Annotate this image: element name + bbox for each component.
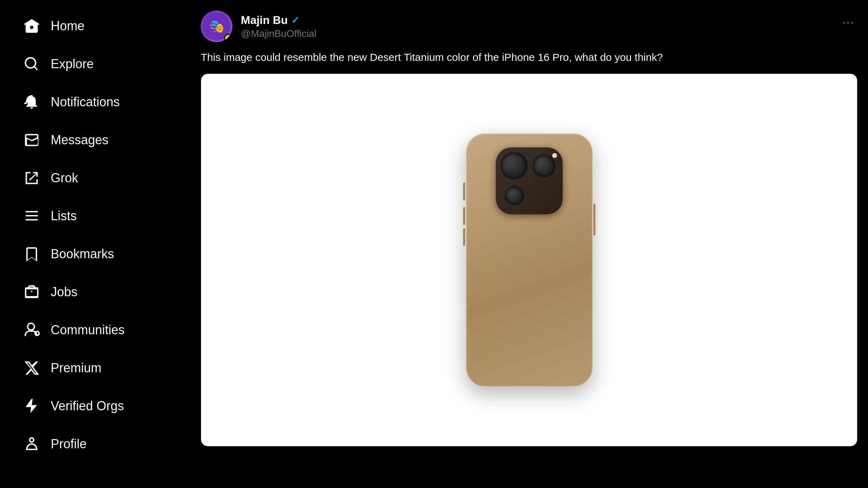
sidebar-label-notifications: Notifications bbox=[51, 95, 120, 109]
x-icon bbox=[21, 357, 42, 379]
camera-lens-wide bbox=[506, 187, 523, 204]
person-icon bbox=[21, 433, 42, 455]
post-body: This image could resemble the new Desert… bbox=[201, 49, 857, 65]
sidebar-label-profile: Profile bbox=[51, 437, 87, 451]
sidebar-item-jobs[interactable]: Jobs bbox=[7, 274, 183, 310]
verified-icon: ✓ bbox=[291, 14, 299, 26]
camera-flash bbox=[552, 153, 557, 158]
avatar-badge: ⭐ bbox=[224, 34, 232, 42]
sidebar-label-bookmarks: Bookmarks bbox=[51, 247, 114, 261]
display-name[interactable]: Majin Bu bbox=[241, 14, 288, 27]
sidebar: Home Explore Notifications Messages bbox=[0, 0, 190, 488]
sidebar-label-premium: Premium bbox=[51, 361, 101, 375]
post-user-handle[interactable]: @MajinBuOfficial bbox=[241, 28, 317, 39]
sidebar-label-messages: Messages bbox=[51, 133, 108, 147]
iphone-illustration bbox=[201, 74, 857, 446]
sidebar-item-home[interactable]: Home bbox=[7, 8, 183, 44]
grok-icon bbox=[21, 167, 42, 189]
avatar[interactable]: 🎭 ⭐ bbox=[201, 11, 232, 42]
briefcase-icon bbox=[21, 281, 42, 303]
sidebar-item-verified-orgs[interactable]: Verified Orgs bbox=[7, 388, 183, 424]
sidebar-label-communities: Communities bbox=[51, 323, 125, 337]
search-icon bbox=[21, 53, 42, 75]
sidebar-label-explore: Explore bbox=[51, 57, 94, 71]
post-header-left: 🎭 ⭐ Majin Bu ✓ @MajinBuOfficial bbox=[201, 11, 317, 42]
post-image[interactable] bbox=[201, 74, 857, 446]
lightning-icon bbox=[21, 395, 42, 417]
bell-icon bbox=[21, 91, 42, 113]
sidebar-item-grok[interactable]: Grok bbox=[7, 160, 183, 196]
list-icon bbox=[21, 205, 42, 227]
sidebar-item-lists[interactable]: Lists bbox=[7, 198, 183, 234]
camera-lens-tele bbox=[533, 156, 555, 177]
sidebar-item-explore[interactable]: Explore bbox=[7, 46, 183, 82]
sidebar-item-communities[interactable]: Communities bbox=[7, 312, 183, 348]
main-content: 🎭 ⭐ Majin Bu ✓ @MajinBuOfficial ··· This… bbox=[190, 0, 868, 488]
sidebar-item-notifications[interactable]: Notifications bbox=[7, 84, 183, 120]
camera-lens-main bbox=[501, 153, 527, 178]
bookmark-icon bbox=[21, 243, 42, 265]
sidebar-item-bookmarks[interactable]: Bookmarks bbox=[7, 236, 183, 272]
sidebar-label-grok: Grok bbox=[51, 171, 78, 185]
sidebar-item-premium[interactable]: Premium bbox=[7, 350, 183, 386]
sidebar-item-profile[interactable]: Profile bbox=[7, 426, 183, 462]
sidebar-label-jobs: Jobs bbox=[51, 285, 77, 299]
more-options-button[interactable]: ··· bbox=[839, 11, 857, 33]
iphone-body bbox=[466, 133, 593, 387]
camera-module bbox=[496, 147, 563, 214]
post-user-info: Majin Bu ✓ @MajinBuOfficial bbox=[241, 14, 317, 39]
home-icon bbox=[21, 15, 42, 37]
envelope-icon bbox=[21, 129, 42, 151]
sidebar-item-messages[interactable]: Messages bbox=[7, 122, 183, 158]
post-header: 🎭 ⭐ Majin Bu ✓ @MajinBuOfficial ··· bbox=[201, 0, 857, 49]
sidebar-label-lists: Lists bbox=[51, 209, 77, 223]
sidebar-label-verified-orgs: Verified Orgs bbox=[51, 399, 124, 413]
sidebar-label-home: Home bbox=[51, 19, 85, 33]
people-icon bbox=[21, 319, 42, 341]
post-user-name: Majin Bu ✓ bbox=[241, 14, 317, 27]
